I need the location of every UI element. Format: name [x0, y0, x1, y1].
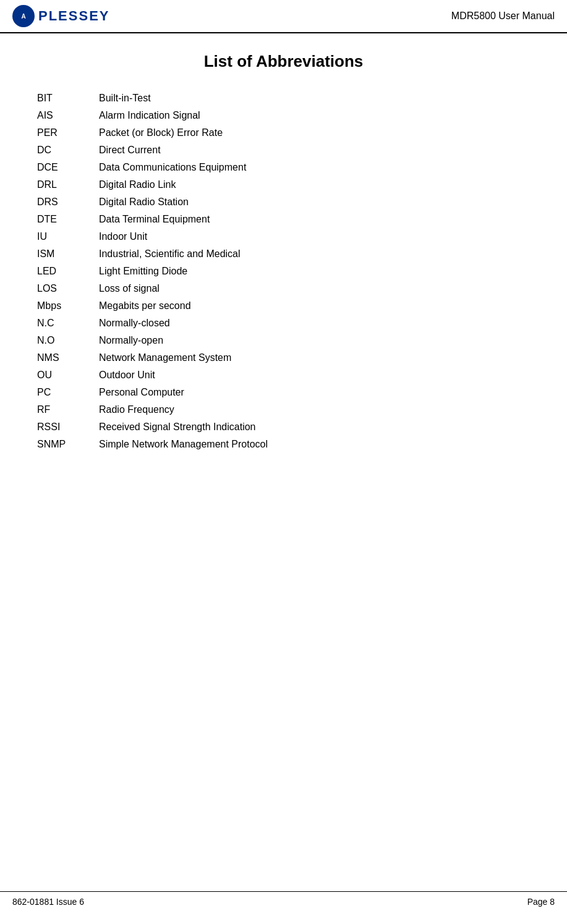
page-header: A PLESSEY MDR5800 User Manual	[0, 0, 567, 33]
abbrev-row: MbpsMegabits per second	[37, 297, 530, 315]
abbrev-definition: Data Terminal Equipment	[99, 214, 210, 225]
abbrev-code: DRS	[37, 197, 99, 208]
abbrev-definition: Built-in-Test	[99, 93, 151, 104]
abbrev-definition: Loss of signal	[99, 283, 160, 294]
abbrev-definition: Radio Frequency	[99, 404, 174, 415]
logo-icon: A	[12, 5, 35, 27]
abbrev-code: OU	[37, 370, 99, 381]
abbrev-row: LOSLoss of signal	[37, 280, 530, 297]
abbrev-definition: Digital Radio Link	[99, 179, 176, 190]
abbrev-code: SNMP	[37, 439, 99, 450]
abbrev-definition: Light Emitting Diode	[99, 266, 187, 277]
abbrev-row: IUIndoor Unit	[37, 228, 530, 245]
abbrev-code: N.O	[37, 335, 99, 346]
abbrev-code: DCE	[37, 162, 99, 173]
abbrev-row: DCEData Communications Equipment	[37, 159, 530, 176]
abbrev-row: OUOutdoor Unit	[37, 367, 530, 384]
abbrev-definition: Direct Current	[99, 145, 161, 156]
abbrev-definition: Megabits per second	[99, 300, 191, 312]
abbrev-row: SNMPSimple Network Management Protocol	[37, 436, 530, 453]
page-heading: List of Abbreviations	[37, 52, 530, 71]
abbrev-code: LED	[37, 266, 99, 277]
footer-issue: 862-01881 Issue 6	[12, 897, 84, 907]
abbrev-definition: Received Signal Strength Indication	[99, 422, 256, 433]
abbrev-row: DCDirect Current	[37, 142, 530, 159]
abbrev-definition: Personal Computer	[99, 387, 184, 398]
abbrev-code: IU	[37, 231, 99, 242]
abbrev-definition: Industrial, Scientific and Medical	[99, 248, 241, 260]
abbrev-code: Mbps	[37, 300, 99, 312]
abbrev-row: PERPacket (or Block) Error Rate	[37, 124, 530, 142]
abbrev-row: N.ONormally-open	[37, 332, 530, 349]
abbrev-definition: Normally-closed	[99, 318, 170, 329]
abbrev-row: AISAlarm Indication Signal	[37, 107, 530, 124]
abbreviations-list: BITBuilt-in-TestAISAlarm Indication Sign…	[37, 90, 530, 453]
abbrev-code: DRL	[37, 179, 99, 190]
abbrev-code: PC	[37, 387, 99, 398]
abbrev-row: DRSDigital Radio Station	[37, 193, 530, 211]
abbrev-code: AIS	[37, 110, 99, 121]
page-footer: 862-01881 Issue 6 Page 8	[0, 891, 567, 912]
abbrev-definition: Network Management System	[99, 352, 231, 363]
abbrev-definition: Indoor Unit	[99, 231, 147, 242]
abbrev-code: RF	[37, 404, 99, 415]
abbrev-code: NMS	[37, 352, 99, 363]
abbrev-code: LOS	[37, 283, 99, 294]
abbrev-code: DTE	[37, 214, 99, 225]
abbrev-code: DC	[37, 145, 99, 156]
abbrev-code: ISM	[37, 248, 99, 260]
abbrev-row: RSSIReceived Signal Strength Indication	[37, 418, 530, 436]
abbrev-code: PER	[37, 127, 99, 138]
logo-text: PLESSEY	[38, 8, 109, 24]
abbrev-code: N.C	[37, 318, 99, 329]
abbrev-row: DRLDigital Radio Link	[37, 176, 530, 193]
abbrev-row: N.CNormally-closed	[37, 315, 530, 332]
abbrev-definition: Packet (or Block) Error Rate	[99, 127, 223, 138]
abbrev-code: RSSI	[37, 422, 99, 433]
abbrev-code: BIT	[37, 93, 99, 104]
abbrev-definition: Normally-open	[99, 335, 163, 346]
abbrev-row: PCPersonal Computer	[37, 384, 530, 401]
logo-container: A PLESSEY	[12, 5, 109, 27]
svg-text:A: A	[21, 13, 25, 20]
footer-page: Page 8	[527, 897, 555, 907]
abbrev-row: DTEData Terminal Equipment	[37, 211, 530, 228]
abbrev-row: BITBuilt-in-Test	[37, 90, 530, 107]
page-content: List of Abbreviations BITBuilt-in-TestAI…	[0, 33, 567, 490]
abbrev-row: LEDLight Emitting Diode	[37, 263, 530, 280]
abbrev-definition: Data Communications Equipment	[99, 162, 246, 173]
abbrev-row: RFRadio Frequency	[37, 401, 530, 418]
abbrev-definition: Outdoor Unit	[99, 370, 155, 381]
abbrev-definition: Simple Network Management Protocol	[99, 439, 268, 450]
abbrev-row: NMSNetwork Management System	[37, 349, 530, 367]
abbrev-row: ISMIndustrial, Scientific and Medical	[37, 245, 530, 263]
document-title: MDR5800 User Manual	[451, 11, 555, 22]
abbrev-definition: Alarm Indication Signal	[99, 110, 200, 121]
abbrev-definition: Digital Radio Station	[99, 197, 189, 208]
